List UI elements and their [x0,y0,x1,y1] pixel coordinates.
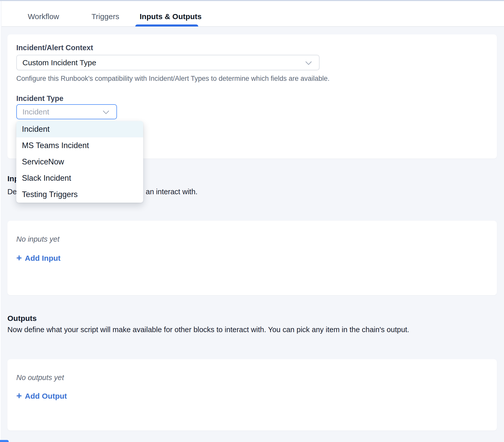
dropdown-option-ms-teams-incident[interactable]: MS Teams Incident [16,137,143,154]
bottom-left-accent-bar [0,440,9,442]
dropdown-option-servicenow[interactable]: ServiceNow [16,154,143,170]
chevron-down-icon [305,58,312,65]
tab-inputs-outputs[interactable]: Inputs & Outputs [140,12,202,21]
inputs-description-fragment-right: an interact with. [146,188,197,196]
plus-icon: + [16,392,22,400]
active-tab-underline [135,24,198,27]
incident-alert-context-value: Custom Incident Type [22,55,96,70]
incident-type-dropdown-menu: Incident MS Teams Incident ServiceNow Sl… [16,121,143,203]
dropdown-option-slack-incident[interactable]: Slack Incident [16,170,143,186]
inputs-description-fragment-left: De [7,188,17,196]
outputs-section-description: Now define what your script will make av… [7,326,409,334]
add-input-label: Add Input [25,254,61,263]
incident-type-select[interactable]: Incident [16,104,117,119]
dropdown-option-testing-triggers[interactable]: Testing Triggers [16,186,143,203]
left-gutter [0,1,2,442]
add-output-button[interactable]: + Add Output [16,392,67,400]
add-output-label: Add Output [25,392,67,400]
outputs-card: No outputs yet + Add Output [7,359,497,431]
dropdown-option-incident[interactable]: Incident [16,121,143,137]
outputs-section-title: Outputs [7,314,37,323]
tab-bar: Workflow Triggers Inputs & Outputs [2,1,504,27]
page: Workflow Triggers Inputs & Outputs Incid… [0,0,504,442]
tab-triggers[interactable]: Triggers [91,12,119,21]
incident-type-label: Incident Type [16,94,63,103]
tab-workflow[interactable]: Workflow [28,12,59,21]
plus-icon: + [16,254,22,262]
incident-type-placeholder: Incident [22,105,49,119]
incident-alert-context-select[interactable]: Custom Incident Type [16,55,320,70]
chevron-down-icon [103,108,109,114]
no-inputs-text: No inputs yet [16,235,59,243]
no-outputs-text: No outputs yet [16,373,64,382]
add-input-button[interactable]: + Add Input [16,254,61,263]
incident-alert-context-label: Incident/Alert Context [16,44,93,52]
inputs-card: No inputs yet + Add Input [7,221,497,295]
context-help-text: Configure this Runbook's compatibility w… [16,75,329,83]
